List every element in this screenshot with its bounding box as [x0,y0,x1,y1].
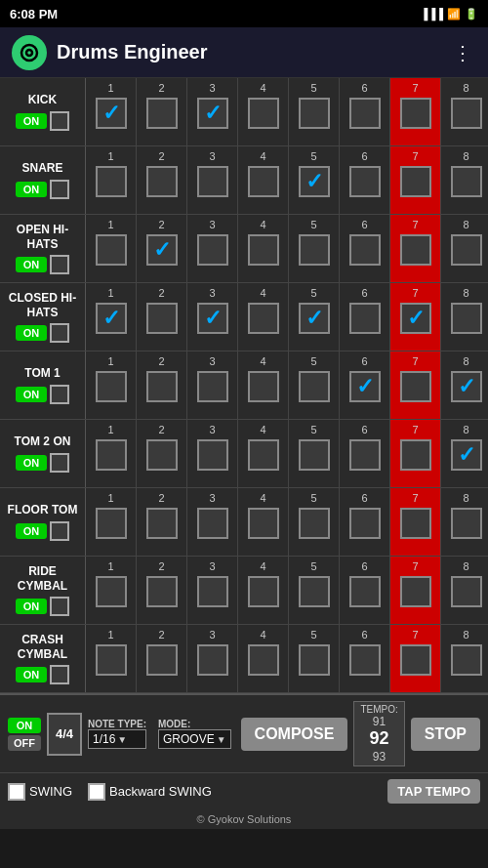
step-btn-open-hihats-3[interactable] [197,234,228,266]
step-btn-floor-tom-6[interactable] [349,508,381,539]
step-btn-ride-cymbal-5[interactable] [299,576,330,607]
step-btn-tom1-5[interactable] [299,371,330,402]
mode-selector[interactable]: GROOVE ▼ [158,729,231,749]
step-btn-ride-cymbal-2[interactable] [146,576,178,607]
on-button-closed-hihats[interactable]: ON [16,325,47,341]
mute-box-snare[interactable] [50,180,69,199]
header-menu-button[interactable]: ⋮ [449,37,476,68]
on-button-snare[interactable]: ON [16,182,47,197]
step-btn-open-hihats-7[interactable] [400,234,431,266]
step-btn-tom1-7[interactable] [400,371,431,402]
step-btn-floor-tom-1[interactable] [96,508,127,539]
step-btn-open-hihats-1[interactable] [96,234,127,266]
step-btn-ride-cymbal-8[interactable] [451,576,482,607]
mute-box-ride-cymbal[interactable] [50,597,69,616]
step-btn-kick-7[interactable] [400,98,431,129]
step-btn-tom1-2[interactable] [146,371,178,402]
master-off-button[interactable]: OFF [8,735,41,751]
step-btn-open-hihats-2[interactable]: ✓ [146,234,178,266]
step-btn-crash-cymbal-3[interactable] [197,644,228,676]
step-btn-kick-6[interactable] [349,98,381,129]
step-btn-snare-2[interactable] [146,166,178,197]
tap-tempo-button[interactable]: TAP TEMPO [387,779,480,804]
step-btn-crash-cymbal-2[interactable] [146,644,178,676]
step-btn-kick-3[interactable]: ✓ [197,98,228,129]
step-btn-tom1-6[interactable]: ✓ [349,371,381,402]
step-btn-tom2-5[interactable] [299,439,330,471]
step-btn-snare-3[interactable] [197,166,228,197]
step-btn-ride-cymbal-6[interactable] [349,576,381,607]
on-button-open-hihats[interactable]: ON [16,257,47,272]
step-btn-closed-hihats-2[interactable] [146,303,178,334]
step-btn-tom1-8[interactable]: ✓ [451,371,482,402]
step-btn-kick-1[interactable]: ✓ [96,98,127,129]
step-btn-kick-5[interactable] [299,98,330,129]
step-btn-closed-hihats-6[interactable] [349,303,381,334]
step-btn-closed-hihats-4[interactable] [248,303,279,334]
step-btn-open-hihats-5[interactable] [299,234,330,266]
step-btn-crash-cymbal-5[interactable] [299,644,330,676]
step-btn-tom2-1[interactable] [96,439,127,471]
step-btn-crash-cymbal-6[interactable] [349,644,381,676]
step-btn-ride-cymbal-7[interactable] [400,576,431,607]
mute-box-closed-hihats[interactable] [50,323,69,343]
on-button-floor-tom[interactable]: ON [16,523,47,539]
step-btn-snare-6[interactable] [349,166,381,197]
step-btn-tom2-6[interactable] [349,439,381,471]
step-btn-ride-cymbal-4[interactable] [248,576,279,607]
step-btn-floor-tom-4[interactable] [248,508,279,539]
step-btn-tom1-4[interactable] [248,371,279,402]
mute-box-crash-cymbal[interactable] [50,665,69,684]
step-btn-crash-cymbal-1[interactable] [96,644,127,676]
step-btn-kick-8[interactable] [451,98,482,129]
on-button-crash-cymbal[interactable]: ON [16,667,47,682]
step-btn-crash-cymbal-8[interactable] [451,644,482,676]
step-btn-tom2-7[interactable] [400,439,431,471]
step-btn-ride-cymbal-3[interactable] [197,576,228,607]
stop-button[interactable]: STOP [411,718,480,751]
step-btn-closed-hihats-7[interactable]: ✓ [400,303,431,334]
mute-box-floor-tom[interactable] [50,521,69,541]
step-btn-kick-2[interactable] [146,98,178,129]
step-btn-tom1-3[interactable] [197,371,228,402]
step-btn-tom2-4[interactable] [248,439,279,471]
backward-swing-checkbox[interactable] [88,783,105,801]
step-btn-tom2-2[interactable] [146,439,178,471]
on-button-kick[interactable]: ON [16,113,47,129]
step-btn-snare-8[interactable] [451,166,482,197]
step-btn-open-hihats-4[interactable] [248,234,279,266]
swing-checkbox[interactable] [8,783,25,801]
note-type-selector[interactable]: 1/16 ▼ [88,729,146,749]
mute-box-tom2[interactable] [50,453,69,473]
step-btn-closed-hihats-8[interactable] [451,303,482,334]
step-btn-tom2-8[interactable]: ✓ [451,439,482,471]
step-btn-closed-hihats-5[interactable]: ✓ [299,303,330,334]
step-btn-floor-tom-3[interactable] [197,508,228,539]
step-btn-closed-hihats-1[interactable]: ✓ [96,303,127,334]
step-btn-snare-4[interactable] [248,166,279,197]
on-button-tom1[interactable]: ON [16,387,47,402]
compose-button[interactable]: COMPOSE [241,718,348,751]
step-btn-closed-hihats-3[interactable]: ✓ [197,303,228,334]
step-btn-tom1-1[interactable] [96,371,127,402]
step-btn-floor-tom-5[interactable] [299,508,330,539]
step-btn-floor-tom-7[interactable] [400,508,431,539]
step-btn-tom2-3[interactable] [197,439,228,471]
on-button-ride-cymbal[interactable]: ON [16,599,47,614]
step-btn-snare-5[interactable]: ✓ [299,166,330,197]
mute-box-kick[interactable] [50,111,69,131]
step-btn-floor-tom-8[interactable] [451,508,482,539]
step-btn-floor-tom-2[interactable] [146,508,178,539]
mute-box-tom1[interactable] [50,385,69,404]
step-btn-snare-1[interactable] [96,166,127,197]
mute-box-open-hihats[interactable] [50,255,69,274]
on-button-tom2[interactable]: ON [16,455,47,471]
master-on-button[interactable]: ON [8,718,41,733]
step-btn-crash-cymbal-4[interactable] [248,644,279,676]
step-btn-snare-7[interactable] [400,166,431,197]
step-btn-ride-cymbal-1[interactable] [96,576,127,607]
time-signature[interactable]: 4/4 [47,713,82,756]
step-btn-open-hihats-6[interactable] [349,234,381,266]
step-btn-open-hihats-8[interactable] [451,234,482,266]
step-btn-kick-4[interactable] [248,98,279,129]
